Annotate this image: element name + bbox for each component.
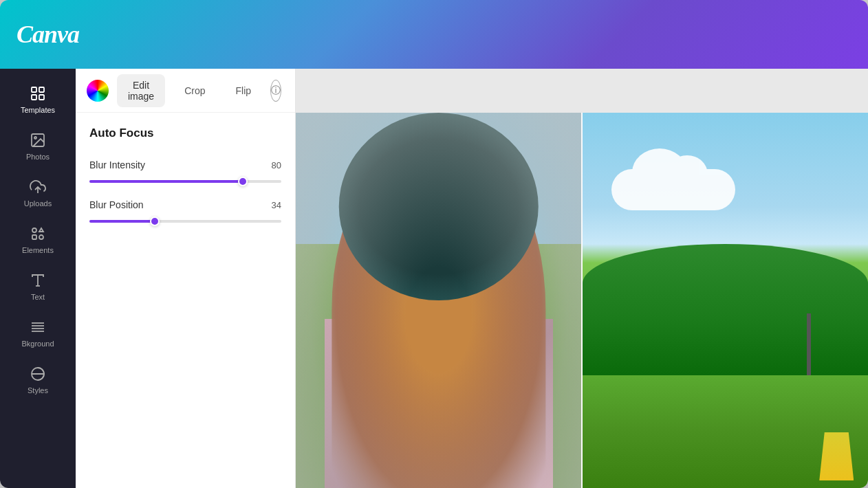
panel: Edit image Crop Flip ⓘ Animate Auto Focu… [76, 69, 296, 488]
afro-hair [338, 113, 539, 300]
svg-rect-0 [32, 87, 36, 92]
sidebar: Templates Photos Uploads E [0, 69, 76, 488]
sidebar-item-background[interactable]: Bkground [7, 311, 69, 355]
upload-icon [28, 177, 47, 197]
panel-title: Auto Focus [89, 126, 281, 140]
sidebar-item-elements-label: Elements [22, 246, 54, 254]
svg-rect-3 [39, 95, 44, 100]
app-wrapper: Canva Templates Photos [0, 0, 868, 488]
blur-intensity-value: 80 [262, 160, 281, 170]
sidebar-item-elements[interactable]: Elements [7, 217, 69, 261]
flip-button[interactable]: Flip [225, 80, 263, 102]
svg-point-7 [32, 228, 36, 232]
svg-rect-2 [32, 95, 36, 100]
color-swatch[interactable] [87, 80, 109, 102]
panel-header: Auto Focus [76, 113, 295, 148]
blur-position-label: Blur Position [89, 199, 144, 210]
main-area: Templates Photos Uploads E [0, 69, 868, 488]
blur-intensity-group: Blur Intensity 80 [89, 159, 281, 183]
trees [583, 244, 868, 375]
glass-drink [819, 432, 854, 480]
elements-icon [28, 224, 47, 243]
sidebar-item-photos-label: Photos [26, 153, 50, 161]
blur-intensity-fill [89, 180, 243, 183]
edit-image-button[interactable]: Edit image [117, 74, 165, 107]
sidebar-item-uploads[interactable]: Uploads [7, 170, 69, 214]
info-button[interactable]: ⓘ [270, 80, 281, 102]
blur-intensity-thumb[interactable] [238, 177, 248, 186]
svg-rect-9 [32, 235, 36, 239]
blur-position-track[interactable] [89, 220, 281, 223]
panel-toolbar: Edit image Crop Flip ⓘ Animate [76, 69, 295, 113]
sidebar-item-styles[interactable]: Styles [7, 357, 69, 401]
canvas-area [296, 69, 868, 488]
sidebar-item-photos[interactable]: Photos [7, 124, 69, 168]
image-icon [28, 131, 47, 150]
crop-button[interactable]: Crop [173, 80, 216, 102]
blur-position-value: 34 [262, 200, 281, 210]
svg-marker-8 [39, 228, 43, 232]
blur-intensity-row: Blur Intensity 80 [89, 159, 281, 170]
fake-img-right [583, 113, 868, 488]
blur-position-row: Blur Position 34 [89, 199, 281, 210]
sidebar-item-uploads-label: Uploads [24, 199, 52, 208]
blur-position-fill [89, 220, 155, 223]
sidebar-item-styles-label: Styles [28, 386, 48, 395]
sidebar-item-templates-label: Templates [21, 106, 55, 114]
styles-icon [28, 364, 47, 384]
header-bar: Canva [0, 0, 868, 69]
blur-position-group: Blur Position 34 [89, 199, 281, 223]
sidebar-item-templates[interactable]: Templates [7, 77, 69, 121]
canvas-image-container [296, 113, 868, 488]
fake-img-left [296, 113, 581, 488]
canva-logo: Canva [17, 20, 79, 49]
canvas-image-left[interactable] [296, 113, 583, 488]
svg-point-5 [34, 137, 36, 139]
sidebar-item-text[interactable]: Text [7, 264, 69, 308]
panel-content: Blur Intensity 80 Blur Position 34 [76, 148, 295, 234]
text-icon [28, 271, 47, 290]
blur-intensity-label: Blur Intensity [89, 159, 145, 170]
svg-point-10 [39, 235, 43, 239]
sidebar-item-text-label: Text [31, 293, 45, 301]
grid-icon [28, 84, 47, 103]
blur-intensity-track[interactable] [89, 180, 281, 183]
sidebar-item-background-label: Bkground [21, 340, 54, 348]
blur-position-thumb[interactable] [150, 217, 160, 226]
svg-rect-1 [39, 87, 44, 92]
canvas-image-right[interactable] [583, 113, 868, 488]
background-icon [28, 318, 47, 337]
lamp-post [807, 313, 811, 375]
cloud1 [611, 169, 735, 210]
